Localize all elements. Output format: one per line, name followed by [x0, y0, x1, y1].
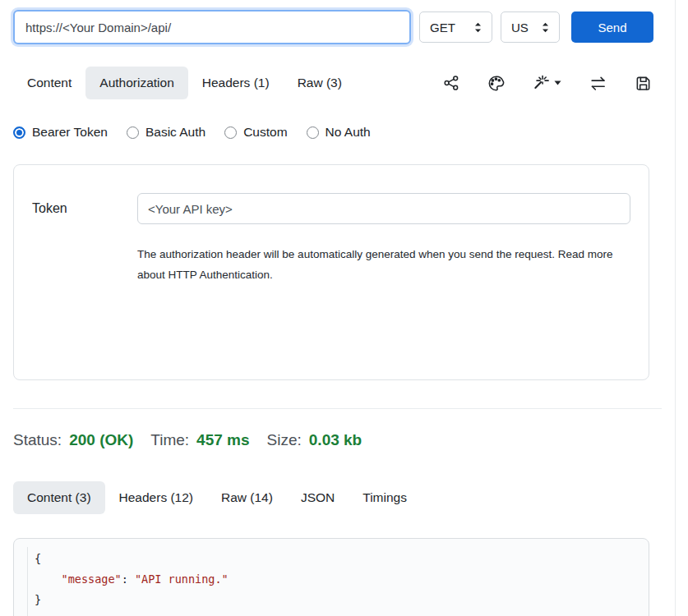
url-input[interactable] [13, 10, 411, 44]
status-label: Status: [13, 431, 62, 449]
updown-arrows-icon [474, 22, 482, 33]
save-icon[interactable] [635, 75, 652, 92]
radio-selected-icon[interactable] [13, 126, 25, 139]
time-label: Time: [150, 431, 189, 449]
region-select[interactable]: US [501, 11, 560, 43]
updown-arrows-icon [542, 22, 549, 33]
token-input[interactable] [137, 193, 630, 224]
response-tab-content[interactable]: Content (3) [13, 481, 105, 514]
radio-no-auth[interactable]: No Auth [307, 125, 371, 140]
radio-label[interactable]: Basic Auth [145, 125, 205, 140]
swap-arrows-icon[interactable] [589, 75, 607, 92]
radio-unselected-icon[interactable] [307, 126, 319, 139]
token-help-text: The authorization header will be automat… [137, 244, 624, 285]
caret-down-icon [554, 80, 561, 85]
send-button[interactable]: Send [571, 11, 653, 43]
response-body-panel: { "message": "API running."} [13, 538, 649, 616]
tab-content[interactable]: Content [13, 67, 85, 99]
region-select-value: US [511, 21, 529, 34]
section-divider [13, 408, 662, 409]
tab-headers[interactable]: Headers (1) [188, 67, 284, 99]
magic-wand-icon[interactable] [533, 75, 561, 92]
response-tab-raw[interactable]: Raw (14) [207, 481, 287, 514]
radio-unselected-icon[interactable] [224, 126, 237, 139]
radio-label[interactable]: Custom [243, 125, 287, 140]
token-field-label: Token [32, 201, 137, 216]
response-tab-timings[interactable]: Timings [349, 481, 421, 514]
api-client-panel: GET US Send Content Authorization Header… [0, 0, 676, 616]
auth-type-options: Bearer Token Basic Auth Custom No Auth [13, 123, 662, 141]
tab-raw[interactable]: Raw (3) [284, 67, 356, 99]
size-value: 0.03 kb [309, 431, 362, 449]
response-code: { "message": "API running."} [27, 547, 649, 616]
request-bar: GET US Send [13, 8, 662, 46]
size-label: Size: [267, 431, 302, 449]
response-tab-headers[interactable]: Headers (12) [105, 481, 207, 514]
response-tab-json[interactable]: JSON [287, 481, 349, 514]
share-icon[interactable] [443, 75, 459, 91]
radio-unselected-icon[interactable] [127, 126, 139, 139]
radio-bearer-token[interactable]: Bearer Token [13, 125, 108, 140]
radio-label[interactable]: Bearer Token [32, 125, 108, 140]
tab-authorization[interactable]: Authorization [85, 67, 187, 99]
method-select[interactable]: GET [419, 11, 492, 43]
palette-icon[interactable] [487, 75, 505, 92]
radio-custom[interactable]: Custom [224, 125, 287, 140]
status-value: 200 (OK) [69, 431, 133, 449]
request-tabs-row: Content Authorization Headers (1) Raw (3… [13, 66, 662, 100]
radio-basic-auth[interactable]: Basic Auth [127, 125, 205, 140]
response-status-bar: Status: 200 (OK) Time: 457 ms Size: 0.03… [13, 431, 662, 451]
radio-label[interactable]: No Auth [326, 125, 371, 140]
response-tabs-row: Content (3) Headers (12) Raw (14) JSON T… [13, 480, 662, 515]
bearer-token-panel: Token The authorization header will be a… [13, 164, 649, 380]
time-value: 457 ms [196, 431, 249, 449]
toolbar [443, 75, 652, 92]
method-select-value: GET [430, 21, 455, 34]
